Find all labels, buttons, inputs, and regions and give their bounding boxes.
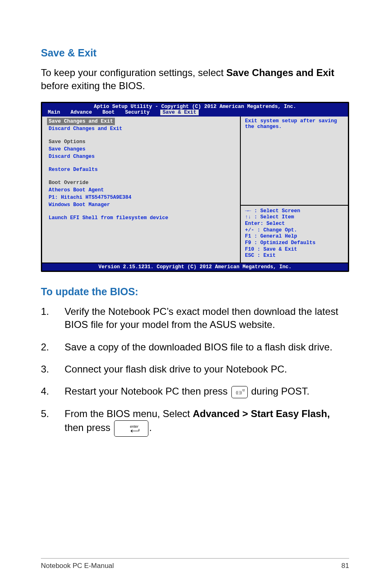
bios-help-line: F9 : Optimized Defaults [245, 240, 344, 247]
step-5-mid: then press [65, 422, 113, 433]
bios-footer: Version 2.15.1231. Copyright (C) 2012 Am… [42, 263, 348, 271]
bios-header: Aptio Setup Utility - Copyright (C) 2012… [42, 103, 348, 110]
intro-paragraph: To keep your configuration settings, sel… [41, 66, 349, 93]
bios-help-bottom: →← : Select Screen ↑↓ : Select Item Ente… [241, 206, 348, 263]
bios-left-panel: Save Changes and Exit Discard Changes an… [42, 117, 241, 263]
bios-tab-security: Security [125, 110, 150, 115]
bios-help-line: F1 : General Help [245, 233, 344, 240]
bios-item: Discard Changes [49, 153, 233, 160]
step-4-post: during POST. [251, 386, 309, 397]
bios-screenshot: Aptio Setup Utility - Copyright (C) 2012… [41, 102, 349, 272]
bios-item: P1: Hitachi HTS547575A9E384 [49, 194, 233, 201]
bios-tab-main: Main [48, 110, 60, 115]
intro-pre: To keep your configuration settings, sel… [41, 67, 226, 78]
heading-save-exit: Save & Exit [41, 47, 349, 59]
bios-help-top: Exit system setup after saving the chang… [241, 117, 348, 206]
bios-help-line: F10 : Save & Exit [245, 247, 344, 253]
bios-help-line: ESC : Exit [245, 253, 344, 259]
enter-key-icon: enter [114, 420, 148, 437]
bios-help-line: Enter: Select [245, 221, 344, 227]
bios-item: Discard Changes and Exit [49, 125, 233, 132]
step-5-pre: From the BIOS menu, Select [65, 408, 193, 419]
step-5-post: . [149, 422, 152, 433]
bios-group-save-options: Save Options [49, 138, 233, 146]
step-5-bold: Advanced > Start Easy Flash, [193, 408, 329, 419]
step-5: From the BIOS menu, Select Advanced > St… [41, 407, 349, 437]
f2-key-icon: ((·)) f2 [231, 386, 248, 398]
intro-bold: Save Changes and Exit [226, 67, 334, 78]
svg-text:enter: enter [130, 424, 139, 429]
bios-tab-boot: Boot [103, 110, 115, 115]
step-4: Restart your Notebook PC then press ((·)… [41, 385, 349, 398]
steps-list: Verify the Notebook PC’s exact model the… [41, 305, 349, 437]
bios-item: Launch EFI Shell from filesystem device [49, 214, 233, 222]
step-1: Verify the Notebook PC’s exact model the… [41, 305, 349, 332]
bios-help-line: +/- : Change Opt. [245, 227, 344, 234]
page-footer: Notebook PC E-Manual 81 [41, 558, 349, 570]
bios-tab-advance: Advance [71, 110, 92, 115]
bios-item: Atheros Boot Agent [49, 186, 233, 194]
step-2: Save a copy of the downloaded BIOS file … [41, 341, 349, 354]
footer-title: Notebook PC E-Manual [41, 562, 114, 570]
bios-item-selected: Save Changes and Exit [47, 118, 115, 125]
bios-group-boot-override: Boot Override [49, 179, 233, 186]
bios-item: Restore Defaults [49, 166, 233, 173]
svg-text:f2: f2 [242, 389, 245, 392]
step-3: Connect your flash disk drive to your No… [41, 363, 349, 376]
step-4-pre: Restart your Notebook PC then press [65, 386, 231, 397]
footer-page-number: 81 [341, 562, 349, 570]
svg-text:((·)): ((·)) [236, 391, 242, 395]
bios-item: Windows Boot Manager [49, 201, 233, 209]
intro-post: before exiting the BIOS. [41, 80, 145, 91]
bios-help-line: →← : Select Screen [245, 208, 344, 215]
bios-help-line: ↑↓ : Select Item [245, 214, 344, 221]
bios-tab-save-exit: Save & Exit [160, 110, 199, 115]
bios-item: Save Changes [49, 146, 233, 153]
heading-update-bios: To update the BIOS: [41, 286, 349, 298]
bios-tabs: Main Advance Boot Security Save & Exit [42, 110, 348, 117]
